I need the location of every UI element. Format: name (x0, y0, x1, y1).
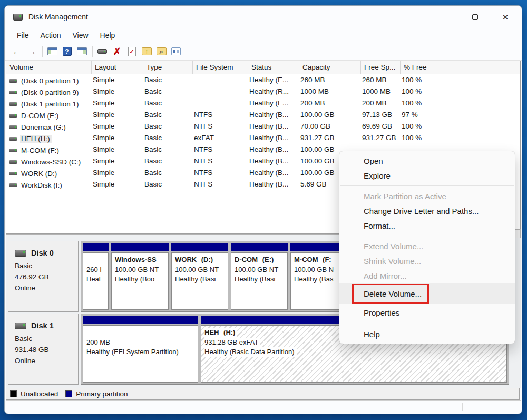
back-button[interactable]: ← (10, 45, 24, 58)
delete-x-icon: ✗ (113, 47, 121, 56)
status-bar (6, 400, 521, 414)
legend-unallocated-label: Unallocated (21, 390, 58, 398)
legend-bar: Unallocated Primary partition (6, 388, 520, 400)
menu-view[interactable]: View (66, 30, 94, 41)
volume-drive-icon (9, 183, 17, 187)
menu-item-mark-partition-active: Mark Partition as Active (339, 189, 515, 203)
menu-item-open[interactable]: Open (339, 153, 515, 168)
volume-drive-icon (9, 102, 17, 106)
menu-bar: File Action View Help (5, 28, 522, 43)
menu-separator (340, 185, 514, 186)
help-icon: ? (63, 47, 72, 56)
partition[interactable]: WORK (D:) 100.00 GB NT Healthy (Basi (171, 242, 229, 310)
volume-drive-icon (9, 172, 17, 175)
column-header-free-space[interactable]: Free Sp... (361, 61, 401, 74)
show-action-pane-button[interactable] (75, 45, 89, 58)
volume-drive-icon (9, 137, 17, 141)
folder-up-icon: ↑ (142, 47, 152, 55)
maximize-button[interactable] (460, 6, 490, 28)
table-row[interactable]: D-COM (E:) Simple Basic NTFS Healthy (B.… (6, 109, 520, 121)
back-icon: ← (12, 46, 22, 56)
checklist-button[interactable] (169, 45, 183, 58)
forward-button[interactable]: → (25, 45, 38, 58)
primary-partition-bar (231, 243, 288, 251)
forward-icon: → (27, 46, 37, 56)
column-header-status[interactable]: Status (248, 61, 299, 74)
column-header-volume[interactable]: Volume (6, 61, 92, 74)
column-header-pct-free[interactable]: % Free (401, 61, 461, 74)
window-title: Disk Management (28, 13, 88, 21)
check-document-icon: ✓ (128, 47, 136, 56)
folder-export-button[interactable]: ↑ (140, 45, 153, 58)
volume-drive-icon (9, 79, 17, 83)
close-button[interactable]: ✕ (490, 6, 521, 28)
menu-item-shrink-volume: Shrink Volume... (339, 253, 515, 268)
menu-item-help[interactable]: Help (339, 327, 515, 341)
toolbar: ← → ? ✗ ✓ ↑ ⌕ (5, 43, 522, 61)
selected-volume-label: HEH (H:) (20, 135, 52, 143)
volume-drive-icon (9, 160, 17, 164)
primary-partition-swatch (65, 390, 72, 397)
action-pane-icon (77, 47, 87, 55)
red-annotation-box (352, 284, 429, 304)
menu-item-delete-volume[interactable]: Delete Volume... (339, 283, 515, 304)
column-header-file-system[interactable]: File System (193, 61, 248, 74)
table-row-selected[interactable]: HEH (H:) Simple Basic exFAT Healthy (B..… (6, 132, 520, 144)
checklist-icon (171, 47, 181, 55)
console-tree-icon (47, 47, 57, 55)
disk-0-label-panel[interactable]: Disk 0 Basic 476.92 GB Online (8, 241, 79, 312)
menu-item-add-mirror: Add Mirror... (339, 268, 515, 283)
primary-partition-bar (171, 243, 228, 251)
disk-drive-icon (15, 323, 26, 329)
volume-drive-icon (9, 125, 17, 129)
delete-button[interactable]: ✗ (110, 45, 124, 58)
primary-partition-bar (83, 316, 198, 324)
column-header-layout[interactable]: Layout (92, 61, 143, 74)
table-row[interactable]: Donemax (G:) Simple Basic NTFS Healthy (… (6, 121, 520, 132)
disk-drive-icon (15, 250, 26, 257)
menu-file[interactable]: File (11, 30, 35, 41)
menu-separator (340, 236, 514, 236)
menu-help[interactable]: Help (94, 30, 121, 41)
table-row[interactable]: (Disk 0 partition 1) Simple Basic Health… (6, 74, 520, 86)
disk-1-label-panel[interactable]: Disk 1 Basic 931.48 GB Online (8, 314, 79, 385)
partition[interactable]: Windows-SS 100.00 GB NT Healthy (Boo (111, 242, 169, 310)
menu-item-explore[interactable]: Explore (339, 168, 515, 183)
menu-item-format[interactable]: Format... (339, 218, 515, 233)
partition[interactable]: 200 MB Healthy (EFI System Partition) (82, 315, 199, 383)
table-row[interactable]: (Disk 0 partition 9) Simple Basic Health… (6, 86, 520, 97)
menu-action[interactable]: Action (35, 30, 67, 41)
minimize-button[interactable] (429, 6, 460, 28)
folder-search-icon: ⌕ (157, 47, 167, 55)
folder-search-button[interactable]: ⌕ (154, 45, 168, 58)
primary-partition-bar (111, 243, 169, 251)
column-header-type[interactable]: Type (143, 61, 193, 74)
volume-drive-icon (9, 149, 17, 152)
status-bar-divider (462, 403, 463, 411)
volume-context-menu: Open Explore Mark Partition as Active Ch… (339, 151, 515, 344)
menu-separator (340, 324, 514, 324)
help-button[interactable]: ? (60, 45, 74, 58)
volume-drive-icon (9, 91, 17, 94)
menu-item-change-drive-letter[interactable]: Change Drive Letter and Paths... (339, 203, 515, 218)
show-console-tree-button[interactable] (45, 45, 59, 58)
minimize-icon (442, 17, 447, 17)
legend-primary-partition-label: Primary partition (76, 390, 128, 398)
unallocated-swatch (10, 390, 17, 397)
title-bar[interactable]: Disk Management ✕ (5, 6, 522, 28)
table-row[interactable]: (Disk 1 partition 1) Simple Basic Health… (6, 97, 520, 109)
partition[interactable]: D-COM (E:) 100.00 GB NT Healthy (Basi (230, 242, 288, 310)
disk-device-button[interactable] (95, 45, 109, 58)
menu-item-extend-volume: Extend Volume... (339, 239, 515, 253)
menu-item-properties[interactable]: Properties (339, 304, 515, 321)
toolbar-separator (92, 46, 93, 57)
disk-device-icon (97, 49, 107, 54)
column-header-capacity[interactable]: Capacity (299, 61, 361, 74)
close-icon: ✕ (502, 13, 509, 21)
volume-list-header: Volume Layout Type File System Status Ca… (6, 61, 520, 74)
maximize-icon (472, 14, 478, 20)
partition[interactable]: 260 I Heal (82, 242, 109, 310)
column-header-filler (461, 61, 520, 74)
desktop-backdrop: { "accent": { "backdrop_blue": "#1160ad"… (0, 0, 527, 420)
check-document-button[interactable]: ✓ (125, 45, 139, 58)
